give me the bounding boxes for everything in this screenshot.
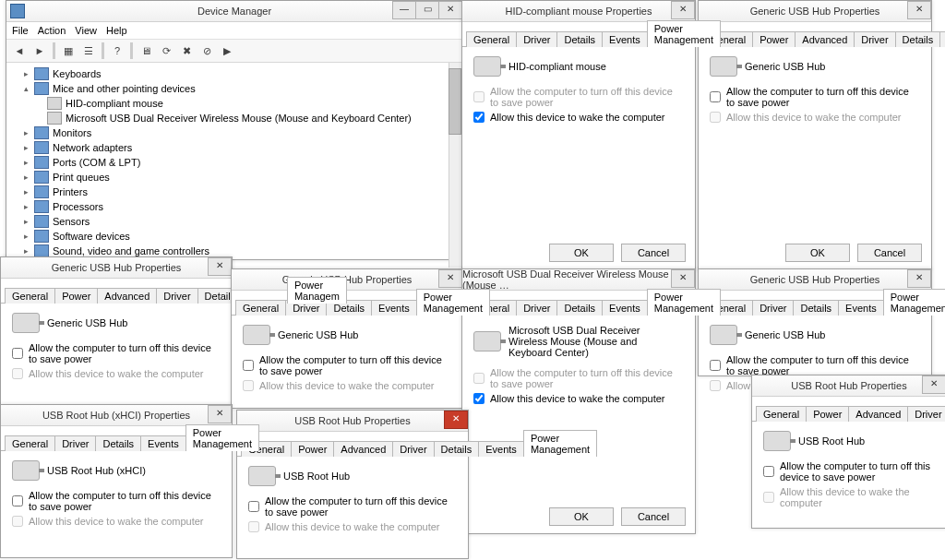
tab-driver[interactable]: Driver: [392, 441, 434, 457]
tab-events[interactable]: Events: [371, 300, 417, 316]
cancel-button[interactable]: Cancel: [621, 507, 686, 526]
close-button[interactable]: ✕: [438, 269, 462, 288]
tab-details[interactable]: Details: [793, 300, 839, 316]
tab-events[interactable]: Events: [602, 31, 648, 47]
expand-icon[interactable]: ▴: [21, 84, 30, 93]
menu-help[interactable]: Help: [106, 25, 127, 36]
titlebar[interactable]: Generic USB Hub Properties✕: [1, 257, 232, 279]
scrollbar-thumb[interactable]: [449, 68, 461, 135]
tab-events[interactable]: Events: [602, 300, 648, 316]
allow-power-off-checkbox[interactable]: [12, 495, 23, 506]
tab-events[interactable]: Events: [939, 31, 945, 47]
expand-icon[interactable]: ▸: [21, 143, 30, 152]
menu-file[interactable]: File: [12, 25, 29, 36]
tab-driver[interactable]: Driver: [854, 31, 895, 47]
tab-events[interactable]: Events: [478, 441, 524, 457]
tab-driver[interactable]: Driver: [516, 31, 557, 47]
expand-icon[interactable]: ▸: [21, 158, 30, 167]
ok-button[interactable]: OK: [549, 507, 614, 526]
tab-power-management[interactable]: Power Management: [416, 289, 490, 316]
close-button[interactable]: ✕: [208, 257, 232, 276]
tab-power-managem[interactable]: Power Managem: [287, 277, 347, 304]
enable-icon[interactable]: ▶: [218, 42, 236, 60]
tree-node[interactable]: ▸Monitors: [8, 125, 461, 140]
close-button[interactable]: ✕: [444, 411, 468, 429]
expand-icon[interactable]: ▸: [21, 128, 30, 137]
tab-driver[interactable]: Driver: [156, 288, 197, 304]
close-button[interactable]: ✕: [907, 1, 931, 19]
tab-driver[interactable]: Driver: [752, 300, 794, 316]
tree-node[interactable]: ▸Processors: [8, 199, 461, 214]
device-tree[interactable]: ▸Keyboards▴Mice and other pointing devic…: [6, 63, 462, 268]
titlebar[interactable]: USB Root Hub Properties✕: [237, 411, 468, 432]
tree-node[interactable]: ▸Ports (COM & LPT): [8, 155, 461, 170]
tab-general[interactable]: General: [756, 406, 807, 422]
tab-general[interactable]: General: [5, 288, 55, 304]
titlebar[interactable]: Microsoft USB Dual Receiver Wireless Mou…: [462, 269, 695, 291]
allow-power-off-checkbox[interactable]: [710, 360, 721, 371]
ok-button[interactable]: OK: [785, 244, 850, 262]
tree-node[interactable]: ▴Mice and other pointing devices: [8, 81, 461, 96]
expand-icon[interactable]: ▸: [21, 69, 30, 78]
tab-advanced[interactable]: Advanced: [333, 441, 393, 457]
tab-advanced[interactable]: Advanced: [97, 288, 157, 304]
close-button[interactable]: ✕: [671, 269, 695, 288]
scan-icon[interactable]: 🖥: [137, 42, 155, 60]
tab-power[interactable]: Power: [806, 406, 849, 422]
maximize-button[interactable]: ▭: [415, 1, 439, 19]
show-hide-tree-icon[interactable]: ▦: [59, 42, 78, 60]
expand-icon[interactable]: ▸: [21, 232, 30, 241]
tab-general[interactable]: General: [5, 435, 55, 451]
allow-power-off-checkbox[interactable]: [248, 501, 259, 512]
cancel-button[interactable]: Cancel: [857, 244, 922, 262]
allow-power-off-checkbox[interactable]: [710, 91, 721, 102]
disable-icon[interactable]: ⊘: [197, 42, 216, 60]
allow-power-off-checkbox[interactable]: [763, 466, 774, 477]
tab-driver[interactable]: Driver: [516, 300, 557, 316]
tab-power[interactable]: Power: [291, 441, 334, 457]
tree-node[interactable]: ▸Sensors: [8, 214, 461, 229]
titlebar[interactable]: Generic USB Hub Properties✕: [699, 269, 931, 291]
update-driver-icon[interactable]: ⟳: [157, 42, 175, 60]
expand-icon[interactable]: ▸: [21, 187, 30, 197]
tab-advanced[interactable]: Advanced: [848, 406, 908, 422]
tree-node[interactable]: ▸Software devices: [8, 229, 461, 244]
close-button[interactable]: ✕: [922, 375, 945, 394]
expand-icon[interactable]: ▸: [21, 202, 30, 211]
expand-icon[interactable]: ▸: [21, 217, 30, 226]
tab-details[interactable]: Details: [556, 31, 603, 47]
tab-details[interactable]: Details: [556, 300, 603, 316]
tab-power[interactable]: Power: [752, 31, 795, 47]
tab-advanced[interactable]: Advanced: [795, 31, 855, 47]
tree-node[interactable]: HID-compliant mouse: [8, 96, 461, 111]
titlebar[interactable]: Generic USB Hub Properties✕: [699, 1, 931, 22]
uninstall-icon[interactable]: ✖: [177, 42, 196, 60]
titlebar[interactable]: Generic USB Hub Properties✕: [232, 269, 462, 291]
minimize-button[interactable]: —: [392, 1, 416, 19]
tab-power-management[interactable]: Power Management: [647, 20, 721, 47]
tab-power-management[interactable]: Power Management: [883, 289, 945, 316]
tab-details[interactable]: Details: [434, 441, 480, 457]
ok-button[interactable]: OK: [549, 244, 614, 262]
allow-wake-checkbox[interactable]: [473, 112, 484, 123]
menu-view[interactable]: View: [75, 25, 97, 36]
tab-power-management[interactable]: Power Management: [185, 424, 259, 451]
tree-node[interactable]: Microsoft USB Dual Receiver Wireless Mou…: [8, 111, 461, 125]
allow-power-off-checkbox[interactable]: [243, 360, 254, 371]
tab-general[interactable]: General: [235, 300, 286, 316]
forward-icon[interactable]: ►: [30, 42, 49, 60]
menu-action[interactable]: Action: [38, 25, 66, 36]
scrollbar[interactable]: [449, 63, 462, 268]
titlebar[interactable]: USB Root Hub Properties✕: [752, 375, 945, 397]
tab-power-management[interactable]: Power Management: [647, 289, 721, 316]
titlebar[interactable]: Device Manager — ▭ ✕: [6, 1, 462, 22]
back-icon[interactable]: ◄: [10, 42, 29, 60]
close-button[interactable]: ✕: [208, 405, 232, 423]
close-button[interactable]: ✕: [438, 1, 462, 19]
tab-events[interactable]: Events: [838, 300, 884, 316]
tree-node[interactable]: ▸Keyboards: [8, 66, 461, 81]
titlebar[interactable]: USB Root Hub (xHCI) Properties✕: [1, 405, 232, 426]
tree-node[interactable]: ▸Print queues: [8, 170, 461, 185]
tab-driver[interactable]: Driver: [907, 406, 945, 422]
tab-power[interactable]: Power: [54, 288, 98, 304]
